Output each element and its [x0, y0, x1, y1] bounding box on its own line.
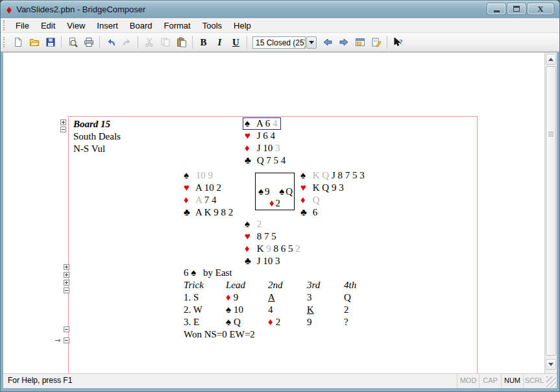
card-8[interactable]: 8	[338, 170, 343, 180]
scroll-down-button[interactable]	[546, 359, 556, 370]
card-3[interactable]: 3	[307, 292, 312, 302]
card-A[interactable]: A	[268, 292, 275, 302]
card-K[interactable]: K	[313, 182, 320, 193]
menu-item-view[interactable]: View	[61, 19, 91, 32]
card-2[interactable]: 2	[344, 304, 349, 315]
card-10[interactable]: 10	[234, 304, 243, 315]
card-5[interactable]: 5	[271, 231, 276, 241]
card-A[interactable]: A	[195, 195, 202, 205]
card-A[interactable]: A	[256, 118, 263, 129]
card-2[interactable]: 2	[276, 317, 281, 327]
card-10[interactable]: 10	[204, 182, 214, 193]
card-J[interactable]: J	[257, 130, 261, 141]
card-4[interactable]: 4	[271, 130, 276, 141]
new-document-button[interactable]	[10, 35, 25, 49]
card-K[interactable]: K	[204, 207, 212, 217]
paste-button[interactable]	[174, 35, 189, 49]
card-3[interactable]: 3	[339, 182, 344, 193]
outline-collapse-marker[interactable]	[60, 127, 66, 132]
toolbar-gripper-icon[interactable]	[3, 37, 5, 47]
menu-item-format[interactable]: Format	[158, 19, 197, 32]
scroll-up-button[interactable]	[546, 54, 556, 65]
card-4[interactable]: 4	[273, 118, 278, 129]
board-properties-button[interactable]	[352, 35, 367, 49]
card-6[interactable]: 6	[313, 207, 318, 217]
board-selector-value[interactable]: 15 Closed (25)	[252, 36, 306, 49]
card-9[interactable]: 9	[307, 317, 312, 327]
italic-button[interactable]: I	[212, 35, 227, 49]
card-2[interactable]: 2	[216, 182, 221, 193]
card-6[interactable]: 6	[265, 118, 271, 129]
card-9[interactable]: 9	[234, 292, 239, 302]
card-4[interactable]: 4	[281, 155, 286, 165]
card-7[interactable]: 7	[266, 155, 271, 165]
next-board-button[interactable]	[336, 35, 351, 49]
card-3[interactable]: 3	[275, 256, 280, 266]
card-K[interactable]: K	[313, 170, 320, 180]
menu-item-file[interactable]: File	[10, 19, 35, 32]
card-7[interactable]: 7	[264, 231, 269, 241]
card-10[interactable]: 10	[196, 170, 206, 180]
card-A[interactable]: A	[195, 182, 202, 193]
card-8[interactable]: 8	[257, 231, 262, 241]
card-2[interactable]: 2	[295, 243, 300, 254]
card-5[interactable]: 5	[274, 155, 279, 165]
resize-grip[interactable]	[546, 376, 556, 387]
card-10[interactable]: 10	[263, 143, 273, 153]
menu-item-board[interactable]: Board	[124, 19, 158, 32]
card-5[interactable]: 5	[352, 170, 358, 180]
card-Q[interactable]: Q	[257, 155, 264, 165]
menu-item-edit[interactable]: Edit	[35, 19, 61, 32]
card-6[interactable]: 6	[281, 243, 286, 254]
outline-expand-marker[interactable]	[64, 264, 69, 270]
board-selector-dropdown-button[interactable]	[306, 36, 317, 49]
card-7[interactable]: 7	[204, 195, 210, 205]
underline-button[interactable]: U	[228, 35, 243, 49]
card-3[interactable]: 3	[275, 143, 280, 153]
card-8[interactable]: 8	[274, 243, 279, 254]
maximize-button[interactable]	[507, 3, 526, 14]
card-9[interactable]: 9	[213, 207, 219, 217]
card-8[interactable]: 8	[221, 207, 226, 217]
card-2[interactable]: 2	[257, 219, 262, 229]
previous-board-button[interactable]	[320, 35, 335, 49]
card-7[interactable]: 7	[345, 170, 350, 180]
card-K[interactable]: K	[257, 243, 264, 254]
minimize-button[interactable]	[487, 3, 505, 14]
copy-button[interactable]	[158, 35, 173, 49]
card-9[interactable]: 9	[332, 182, 337, 193]
card-J[interactable]: J	[257, 143, 261, 153]
card-4[interactable]: 4	[268, 304, 273, 315]
outline-expand-marker[interactable]	[64, 280, 69, 286]
card-J[interactable]: J	[257, 256, 261, 266]
card-Q[interactable]: Q	[234, 317, 241, 327]
print-button[interactable]	[81, 35, 96, 49]
card-3[interactable]: 3	[359, 170, 365, 180]
card-J[interactable]: J	[332, 170, 335, 180]
undo-button[interactable]	[103, 35, 118, 49]
outline-expand-marker[interactable]	[60, 119, 66, 125]
card-?[interactable]: ?	[344, 317, 348, 327]
card-Q[interactable]: Q	[322, 182, 329, 193]
redo-button[interactable]	[119, 35, 134, 49]
card-9[interactable]: 9	[266, 243, 271, 254]
card-Q[interactable]: Q	[313, 195, 320, 205]
outline-collapse-marker[interactable]	[64, 288, 69, 293]
close-button[interactable]: X	[528, 3, 554, 14]
card-Q[interactable]: Q	[322, 170, 329, 180]
edit-event-button[interactable]	[369, 35, 383, 49]
card-10[interactable]: 10	[263, 256, 273, 266]
card-4[interactable]: 4	[212, 195, 217, 205]
bold-button[interactable]: B	[196, 35, 211, 49]
cut-button[interactable]	[141, 35, 156, 49]
card-Q[interactable]: Q	[344, 292, 351, 302]
scrollbar-thumb[interactable]	[546, 66, 556, 356]
card-6[interactable]: 6	[263, 130, 268, 141]
card-K[interactable]: K	[307, 304, 314, 315]
outline-expand-marker[interactable]	[64, 272, 69, 278]
card-2[interactable]: 2	[228, 207, 234, 217]
menu-item-help[interactable]: Help	[228, 19, 257, 32]
context-help-button[interactable]: ?	[391, 35, 406, 49]
card-9[interactable]: 9	[208, 170, 213, 180]
menubar-gripper-icon[interactable]	[3, 20, 5, 31]
